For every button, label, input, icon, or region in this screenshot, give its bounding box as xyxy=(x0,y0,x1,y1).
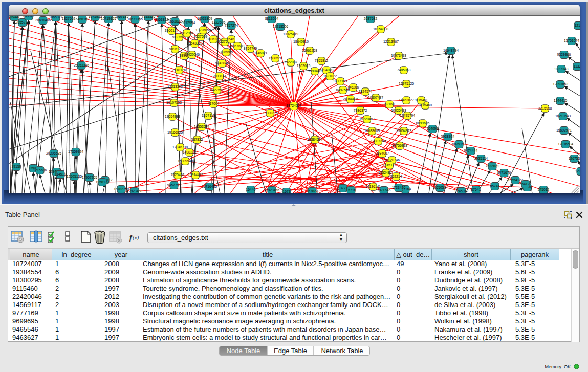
svg-text:20053346: 20053346 xyxy=(74,63,89,67)
svg-text:10973493: 10973493 xyxy=(391,54,406,57)
svg-text:120465: 120465 xyxy=(575,169,580,173)
svg-text:20691406: 20691406 xyxy=(35,18,51,22)
svg-text:17016504: 17016504 xyxy=(558,142,573,146)
svg-text:2087682: 2087682 xyxy=(364,17,378,20)
svg-text:417004: 417004 xyxy=(208,102,220,105)
svg-text:15692971: 15692971 xyxy=(556,128,572,132)
svg-text:9245012: 9245012 xyxy=(455,189,469,193)
svg-text:14463627: 14463627 xyxy=(399,98,414,102)
svg-text:3267110: 3267110 xyxy=(202,114,215,117)
svg-text:2718126: 2718126 xyxy=(172,68,186,72)
svg-text:1065327: 1065327 xyxy=(49,16,63,19)
svg-text:19756928: 19756928 xyxy=(392,144,407,147)
svg-text:8813054: 8813054 xyxy=(265,17,279,20)
svg-text:1371646: 1371646 xyxy=(377,188,391,192)
svg-text:19166825: 19166825 xyxy=(167,130,183,134)
svg-text:8427552: 8427552 xyxy=(210,88,224,92)
svg-text:23420046: 23420046 xyxy=(184,53,200,56)
svg-text:12975125: 12975125 xyxy=(399,82,414,85)
svg-text:1322037: 1322037 xyxy=(284,60,298,64)
svg-text:1244415: 1244415 xyxy=(554,99,568,102)
svg-text:5938924: 5938924 xyxy=(441,135,455,138)
svg-text:13226058: 13226058 xyxy=(195,28,211,32)
svg-text:1362615: 1362615 xyxy=(297,64,311,68)
svg-text:8912954: 8912954 xyxy=(182,21,195,25)
svg-text:18807249: 18807249 xyxy=(371,139,386,143)
svg-text:15716: 15716 xyxy=(346,188,356,192)
svg-text:8454749: 8454749 xyxy=(244,47,257,50)
svg-text:6466160: 6466160 xyxy=(76,17,90,21)
svg-text:3875685: 3875685 xyxy=(220,50,233,54)
svg-text:2803144: 2803144 xyxy=(213,74,227,78)
svg-text:9329966: 9329966 xyxy=(557,53,571,56)
svg-text:15751074: 15751074 xyxy=(564,39,579,42)
svg-text:1215686: 1215686 xyxy=(33,168,47,172)
svg-text:10671355: 10671355 xyxy=(127,17,143,21)
svg-text:6879197: 6879197 xyxy=(452,142,466,146)
svg-text:12923465: 12923465 xyxy=(264,188,279,192)
svg-text:8912954: 8912954 xyxy=(180,31,194,35)
svg-text:2867608: 2867608 xyxy=(231,44,245,48)
svg-text:1212: 1212 xyxy=(574,24,580,27)
svg-text:7986372: 7986372 xyxy=(354,108,367,112)
svg-text:1733426: 1733426 xyxy=(392,186,406,189)
svg-text:19384554: 19384554 xyxy=(307,138,322,141)
svg-text:6899695: 6899695 xyxy=(416,121,430,125)
svg-text:16107553: 16107553 xyxy=(166,101,182,104)
svg-text:16648784: 16648784 xyxy=(443,49,459,52)
svg-text:1132: 1132 xyxy=(574,64,580,68)
svg-text:14136141: 14136141 xyxy=(365,185,381,188)
svg-text:9474444: 9474444 xyxy=(464,149,478,152)
svg-text:7857274: 7857274 xyxy=(225,24,238,27)
svg-text:17359924: 17359924 xyxy=(68,150,83,154)
svg-text:15720407: 15720407 xyxy=(359,117,375,121)
svg-text:39159: 39159 xyxy=(12,165,21,168)
svg-text:16033809: 16033809 xyxy=(197,17,212,20)
svg-text:19654983: 19654983 xyxy=(165,115,180,118)
svg-text:167827: 167827 xyxy=(307,189,318,193)
svg-text:205572: 205572 xyxy=(23,16,35,18)
svg-text:6794028: 6794028 xyxy=(320,68,334,72)
svg-text:114519: 114519 xyxy=(55,172,66,176)
svg-text:1621022: 1621022 xyxy=(323,74,337,78)
svg-text:62160: 62160 xyxy=(385,102,395,106)
svg-text:13495794: 13495794 xyxy=(400,114,415,117)
svg-text:546: 546 xyxy=(228,37,234,41)
svg-text:17046738: 17046738 xyxy=(172,145,188,149)
svg-text:9777169: 9777169 xyxy=(334,79,347,83)
svg-text:9227343: 9227343 xyxy=(555,67,569,71)
svg-text:10025438: 10025438 xyxy=(391,108,406,112)
svg-text:9115461: 9115461 xyxy=(415,98,428,102)
svg-text:19654923: 19654923 xyxy=(396,129,411,133)
svg-text:6497568: 6497568 xyxy=(336,88,350,92)
svg-text:14353594: 14353594 xyxy=(194,125,209,128)
svg-text:1498222: 1498222 xyxy=(183,150,197,154)
svg-text:20206535: 20206535 xyxy=(46,151,61,155)
svg-text:7955812: 7955812 xyxy=(315,59,329,62)
svg-text:164093: 164093 xyxy=(427,127,439,130)
svg-text:21364436: 21364436 xyxy=(343,97,358,101)
svg-text:12505135: 12505135 xyxy=(67,174,82,178)
svg-text:12923468: 12923468 xyxy=(127,189,142,193)
svg-text:16543362: 16543362 xyxy=(187,41,202,45)
svg-text:12213967: 12213967 xyxy=(383,40,399,43)
svg-text:165051: 165051 xyxy=(434,186,446,189)
svg-text:1327602: 1327602 xyxy=(62,17,76,20)
svg-text:1663822: 1663822 xyxy=(168,19,182,23)
svg-text:1322605: 1322605 xyxy=(212,20,226,24)
svg-text:17957265: 17957265 xyxy=(82,176,97,179)
svg-text:989612: 989612 xyxy=(169,47,181,51)
svg-text:15716485: 15716485 xyxy=(202,185,217,188)
svg-text:87641: 87641 xyxy=(471,188,481,191)
svg-text:16440: 16440 xyxy=(246,188,256,191)
svg-text:2984067: 2984067 xyxy=(376,151,389,155)
svg-text:10654122: 10654122 xyxy=(508,178,523,182)
svg-text:1067135: 1067135 xyxy=(115,16,129,18)
svg-text:16120746: 16120746 xyxy=(384,158,400,162)
svg-text:245012: 245012 xyxy=(538,188,550,191)
svg-text:1673: 1673 xyxy=(282,190,290,193)
svg-text:15809948: 15809948 xyxy=(178,159,193,163)
svg-text:12213303: 12213303 xyxy=(167,85,183,89)
svg-text:10719155: 10719155 xyxy=(101,17,116,20)
svg-text:19300275: 19300275 xyxy=(263,111,278,115)
